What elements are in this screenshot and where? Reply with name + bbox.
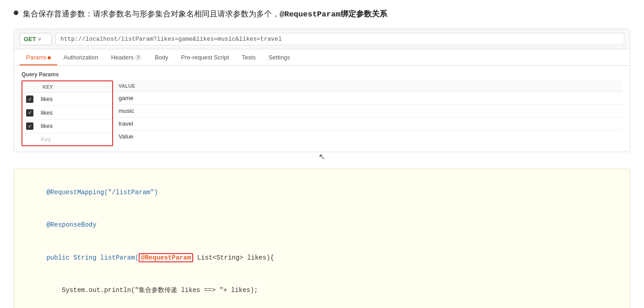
checkbox-1[interactable] xyxy=(26,96,33,103)
method-chevron: ∨ xyxy=(38,37,41,42)
request-param-highlight: @RequestParam xyxy=(139,253,193,262)
key-column-header: KEY xyxy=(37,81,112,93)
code-line-2: @ResponseBody xyxy=(23,209,621,241)
table-row: likes xyxy=(22,119,112,133)
value-row-3[interactable]: travel xyxy=(113,117,622,130)
tab-tests[interactable]: Tests xyxy=(235,49,262,65)
code-line-1: @RequestMapping("/listParam") xyxy=(23,176,621,209)
params-value-area: VALUE game music travel Value xyxy=(113,80,622,143)
params-key-table: KEY likes likes xyxy=(22,81,112,146)
params-dot xyxy=(48,56,51,59)
tab-prerequest[interactable]: Pre-request Script xyxy=(175,49,236,65)
method-label: GET xyxy=(24,36,36,42)
mouse-cursor-icon: ↖ xyxy=(319,152,325,162)
tab-params[interactable]: Params xyxy=(20,49,57,65)
tab-settings[interactable]: Settings xyxy=(262,49,297,65)
params-key-box: KEY likes likes xyxy=(22,80,113,147)
bullet-dot xyxy=(14,11,18,15)
tab-authorization[interactable]: Authorization xyxy=(57,49,105,65)
method-select[interactable]: GET ∨ xyxy=(20,33,52,45)
checkbox-2[interactable] xyxy=(26,109,33,117)
tab-headers[interactable]: Headers7 xyxy=(105,49,148,65)
value-row-placeholder[interactable]: Value xyxy=(113,130,622,143)
bullet-section: 集合保存普通参数：请求参数名与形参集合对象名相同且请求参数为多个，@Reques… xyxy=(14,8,630,21)
code-line-4: System.out.println("集合参数传递 likes ==> "+ … xyxy=(23,274,621,307)
value-column-header: VALUE xyxy=(113,80,622,92)
url-input[interactable] xyxy=(55,33,624,45)
key-cell-1[interactable]: likes xyxy=(37,92,112,106)
key-placeholder[interactable]: Key xyxy=(37,133,112,146)
bullet-text: 集合保存普通参数：请求参数名与形参集合对象名相同且请求参数为多个，@Reques… xyxy=(23,8,387,21)
value-rows: game music travel Value xyxy=(113,92,622,143)
key-cell-3[interactable]: likes xyxy=(37,119,112,133)
code-line-3: public String listParam(@RequestParam Li… xyxy=(23,242,621,274)
table-row-placeholder: Key xyxy=(22,133,112,146)
postman-panel: GET ∨ Params Authorization Headers7 Body… xyxy=(14,29,630,153)
query-params-section: Query Params KEY xyxy=(14,66,630,152)
value-row-1[interactable]: game xyxy=(113,92,622,105)
cursor-area: ↖ xyxy=(14,152,630,161)
url-bar: GET ∨ xyxy=(14,29,630,49)
value-row-2[interactable]: music xyxy=(113,105,622,117)
query-params-label: Query Params xyxy=(22,71,622,78)
key-cell-2[interactable]: likes xyxy=(37,106,112,120)
tab-body[interactable]: Body xyxy=(148,49,175,65)
code-section: @RequestMapping("/listParam") @ResponseB… xyxy=(14,169,630,308)
checkbox-3[interactable] xyxy=(26,122,33,130)
table-row: likes xyxy=(22,106,112,120)
tabs-bar: Params Authorization Headers7 Body Pre-r… xyxy=(14,49,630,66)
table-row: likes xyxy=(22,92,112,106)
headers-badge: 7 xyxy=(135,54,142,61)
